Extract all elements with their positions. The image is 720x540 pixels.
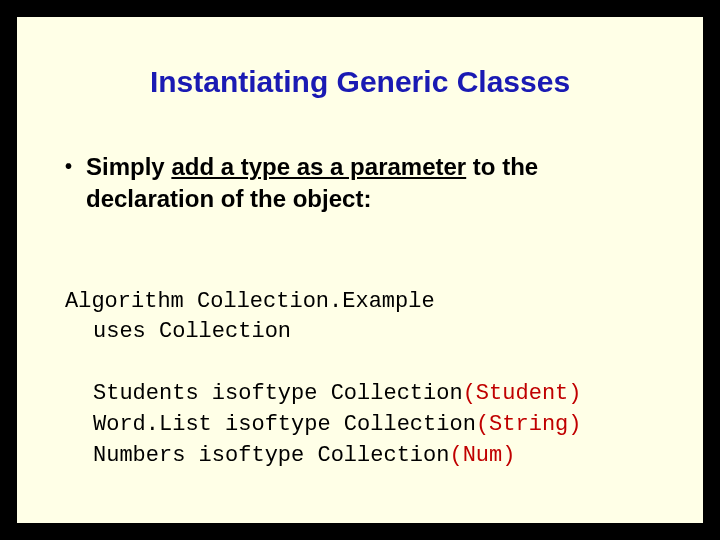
bullet-underlined: add a type as a parameter — [171, 153, 466, 180]
code-block: Algorithm Collection.Example uses Collec… — [65, 256, 663, 502]
code-line-5-pre: Numbers isoftype Collection — [93, 443, 449, 468]
bullet-item: • Simply add a type as a parameter to th… — [65, 151, 663, 216]
slide-title: Instantiating Generic Classes — [57, 65, 663, 99]
slide-inner: Instantiating Generic Classes • Simply a… — [14, 14, 706, 526]
code-line-3: Students isoftype Collection(Student) — [65, 379, 582, 410]
code-line-4-param: (String) — [476, 412, 582, 437]
code-line-5: Numbers isoftype Collection(Num) — [65, 441, 515, 472]
slide-outer: Instantiating Generic Classes • Simply a… — [0, 0, 720, 540]
code-line-1: Algorithm Collection.Example — [65, 289, 435, 314]
bullet-dot-icon: • — [65, 153, 72, 180]
code-line-4: Word.List isoftype Collection(String) — [65, 410, 582, 441]
code-line-3-param: (Student) — [463, 381, 582, 406]
code-line-3-pre: Students isoftype Collection — [93, 381, 463, 406]
bullet-text: Simply add a type as a parameter to the … — [86, 151, 663, 216]
code-line-2: uses Collection — [65, 317, 291, 348]
code-line-5-param: (Num) — [449, 443, 515, 468]
code-line-4-pre: Word.List isoftype Collection — [93, 412, 476, 437]
bullet-pre: Simply — [86, 153, 171, 180]
